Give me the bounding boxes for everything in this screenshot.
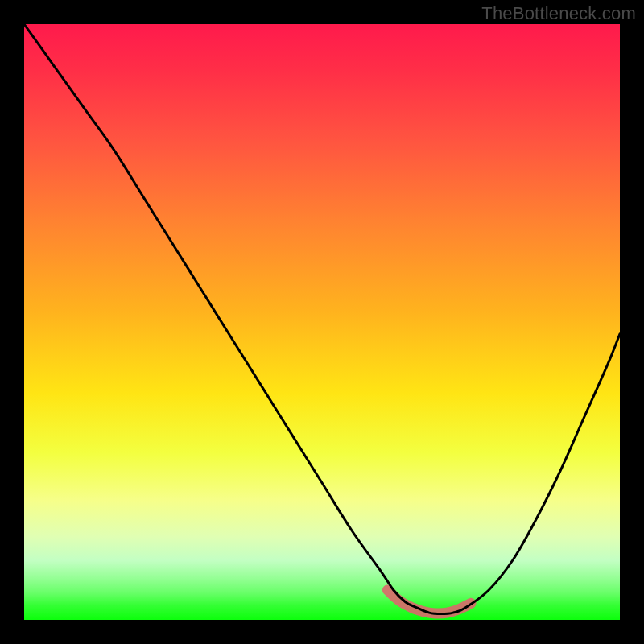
plot-area	[24, 24, 620, 620]
bottleneck-curve-line	[24, 24, 620, 614]
curve-svg	[24, 24, 620, 620]
highlight-flat-bottom	[387, 590, 471, 613]
watermark-text: TheBottleneck.com	[481, 3, 636, 24]
chart-frame: TheBottleneck.com	[0, 0, 644, 644]
